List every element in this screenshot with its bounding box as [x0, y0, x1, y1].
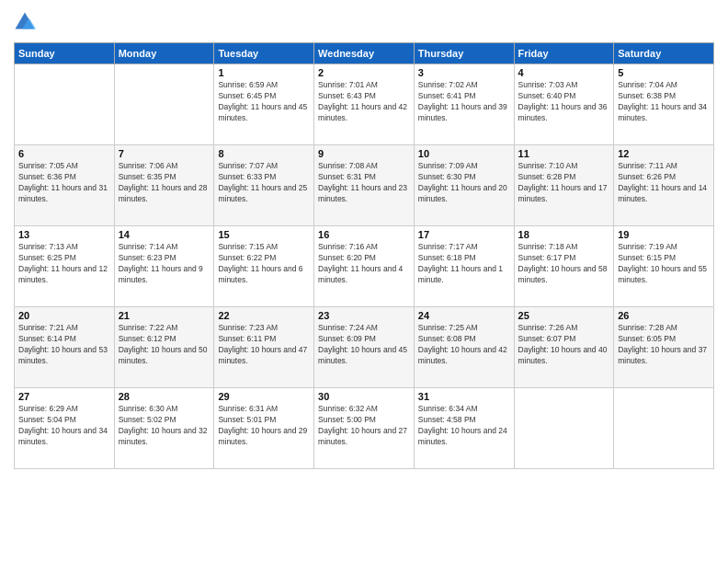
calendar-cell: 3Sunrise: 7:02 AM Sunset: 6:41 PM Daylig… — [414, 64, 514, 145]
calendar-cell: 27Sunrise: 6:29 AM Sunset: 5:04 PM Dayli… — [15, 388, 115, 469]
day-info: Sunrise: 7:16 AM Sunset: 6:20 PM Dayligh… — [318, 242, 410, 286]
calendar-cell — [114, 64, 214, 145]
day-number: 25 — [518, 310, 610, 321]
day-info: Sunrise: 7:19 AM Sunset: 6:15 PM Dayligh… — [618, 242, 710, 286]
logo-icon — [14, 9, 36, 35]
day-number: 27 — [18, 391, 110, 402]
day-info: Sunrise: 7:17 AM Sunset: 6:18 PM Dayligh… — [418, 242, 510, 286]
day-info: Sunrise: 7:02 AM Sunset: 6:41 PM Dayligh… — [418, 80, 510, 124]
day-header-saturday: Saturday — [614, 43, 714, 64]
day-info: Sunrise: 7:25 AM Sunset: 6:08 PM Dayligh… — [418, 323, 510, 367]
day-info: Sunrise: 6:30 AM Sunset: 5:02 PM Dayligh… — [119, 404, 210, 448]
calendar-cell: 8Sunrise: 7:07 AM Sunset: 6:33 PM Daylig… — [214, 145, 314, 226]
day-number: 7 — [119, 148, 210, 159]
day-info: Sunrise: 7:14 AM Sunset: 6:23 PM Dayligh… — [119, 242, 210, 286]
calendar-cell: 24Sunrise: 7:25 AM Sunset: 6:08 PM Dayli… — [414, 307, 514, 388]
day-number: 31 — [418, 391, 510, 402]
calendar-cell: 1Sunrise: 6:59 AM Sunset: 6:45 PM Daylig… — [214, 64, 314, 145]
day-number: 9 — [318, 148, 410, 159]
day-number: 20 — [18, 310, 110, 321]
calendar-cell: 12Sunrise: 7:11 AM Sunset: 6:26 PM Dayli… — [614, 145, 714, 226]
day-number: 13 — [18, 229, 110, 240]
calendar-week-row: 1Sunrise: 6:59 AM Sunset: 6:45 PM Daylig… — [15, 64, 714, 145]
day-number: 14 — [119, 229, 210, 240]
calendar-cell: 26Sunrise: 7:28 AM Sunset: 6:05 PM Dayli… — [614, 307, 714, 388]
page-header — [14, 9, 714, 35]
calendar-cell: 23Sunrise: 7:24 AM Sunset: 6:09 PM Dayli… — [314, 307, 415, 388]
day-number: 3 — [418, 67, 510, 78]
calendar-cell: 25Sunrise: 7:26 AM Sunset: 6:07 PM Dayli… — [514, 307, 614, 388]
calendar-cell: 17Sunrise: 7:17 AM Sunset: 6:18 PM Dayli… — [414, 226, 514, 307]
calendar-cell: 10Sunrise: 7:09 AM Sunset: 6:30 PM Dayli… — [414, 145, 514, 226]
day-number: 16 — [318, 229, 410, 240]
day-info: Sunrise: 7:22 AM Sunset: 6:12 PM Dayligh… — [119, 323, 210, 367]
day-number: 18 — [518, 229, 610, 240]
calendar-cell — [15, 64, 115, 145]
day-header-wednesday: Wednesday — [314, 43, 415, 64]
day-number: 17 — [418, 229, 510, 240]
calendar-week-row: 13Sunrise: 7:13 AM Sunset: 6:25 PM Dayli… — [15, 226, 714, 307]
day-number: 1 — [218, 67, 310, 78]
day-number: 19 — [618, 229, 710, 240]
calendar-cell — [614, 388, 714, 469]
calendar-week-row: 20Sunrise: 7:21 AM Sunset: 6:14 PM Dayli… — [15, 307, 714, 388]
calendar-cell: 28Sunrise: 6:30 AM Sunset: 5:02 PM Dayli… — [114, 388, 214, 469]
day-info: Sunrise: 7:03 AM Sunset: 6:40 PM Dayligh… — [518, 80, 610, 124]
calendar-cell: 7Sunrise: 7:06 AM Sunset: 6:35 PM Daylig… — [114, 145, 214, 226]
day-info: Sunrise: 7:05 AM Sunset: 6:36 PM Dayligh… — [18, 161, 110, 205]
day-number: 2 — [318, 67, 410, 78]
day-info: Sunrise: 7:10 AM Sunset: 6:28 PM Dayligh… — [518, 161, 610, 205]
day-number: 11 — [518, 148, 610, 159]
day-info: Sunrise: 6:59 AM Sunset: 6:45 PM Dayligh… — [218, 80, 310, 124]
day-header-monday: Monday — [114, 43, 214, 64]
day-info: Sunrise: 7:07 AM Sunset: 6:33 PM Dayligh… — [218, 161, 310, 205]
calendar-week-row: 6Sunrise: 7:05 AM Sunset: 6:36 PM Daylig… — [15, 145, 714, 226]
logo — [14, 9, 39, 35]
day-info: Sunrise: 7:18 AM Sunset: 6:17 PM Dayligh… — [518, 242, 610, 286]
day-number: 6 — [18, 148, 110, 159]
calendar-cell: 22Sunrise: 7:23 AM Sunset: 6:11 PM Dayli… — [214, 307, 314, 388]
calendar-cell — [514, 388, 614, 469]
calendar-cell: 19Sunrise: 7:19 AM Sunset: 6:15 PM Dayli… — [614, 226, 714, 307]
day-info: Sunrise: 7:08 AM Sunset: 6:31 PM Dayligh… — [318, 161, 410, 205]
calendar-cell: 13Sunrise: 7:13 AM Sunset: 6:25 PM Dayli… — [15, 226, 115, 307]
day-info: Sunrise: 7:28 AM Sunset: 6:05 PM Dayligh… — [618, 323, 710, 367]
day-info: Sunrise: 7:09 AM Sunset: 6:30 PM Dayligh… — [418, 161, 510, 205]
day-number: 4 — [518, 67, 610, 78]
calendar-cell: 6Sunrise: 7:05 AM Sunset: 6:36 PM Daylig… — [15, 145, 115, 226]
day-info: Sunrise: 7:11 AM Sunset: 6:26 PM Dayligh… — [618, 161, 710, 205]
day-header-tuesday: Tuesday — [214, 43, 314, 64]
day-info: Sunrise: 7:23 AM Sunset: 6:11 PM Dayligh… — [218, 323, 310, 367]
day-number: 24 — [418, 310, 510, 321]
calendar-cell: 5Sunrise: 7:04 AM Sunset: 6:38 PM Daylig… — [614, 64, 714, 145]
day-info: Sunrise: 7:01 AM Sunset: 6:43 PM Dayligh… — [318, 80, 410, 124]
day-info: Sunrise: 6:34 AM Sunset: 4:58 PM Dayligh… — [418, 404, 510, 448]
day-number: 8 — [218, 148, 310, 159]
day-info: Sunrise: 7:06 AM Sunset: 6:35 PM Dayligh… — [119, 161, 210, 205]
day-number: 30 — [318, 391, 410, 402]
calendar-cell: 31Sunrise: 6:34 AM Sunset: 4:58 PM Dayli… — [414, 388, 514, 469]
calendar-cell: 20Sunrise: 7:21 AM Sunset: 6:14 PM Dayli… — [15, 307, 115, 388]
calendar-cell: 2Sunrise: 7:01 AM Sunset: 6:43 PM Daylig… — [314, 64, 415, 145]
calendar-week-row: 27Sunrise: 6:29 AM Sunset: 5:04 PM Dayli… — [15, 388, 714, 469]
calendar-cell: 14Sunrise: 7:14 AM Sunset: 6:23 PM Dayli… — [114, 226, 214, 307]
calendar-body: 1Sunrise: 6:59 AM Sunset: 6:45 PM Daylig… — [15, 64, 714, 469]
day-number: 22 — [218, 310, 310, 321]
calendar-header-row: SundayMondayTuesdayWednesdayThursdayFrid… — [15, 43, 714, 64]
day-number: 10 — [418, 148, 510, 159]
day-info: Sunrise: 6:31 AM Sunset: 5:01 PM Dayligh… — [218, 404, 310, 448]
calendar-cell: 11Sunrise: 7:10 AM Sunset: 6:28 PM Dayli… — [514, 145, 614, 226]
calendar-cell: 4Sunrise: 7:03 AM Sunset: 6:40 PM Daylig… — [514, 64, 614, 145]
day-number: 21 — [119, 310, 210, 321]
day-header-thursday: Thursday — [414, 43, 514, 64]
calendar-cell: 9Sunrise: 7:08 AM Sunset: 6:31 PM Daylig… — [314, 145, 415, 226]
calendar-cell: 29Sunrise: 6:31 AM Sunset: 5:01 PM Dayli… — [214, 388, 314, 469]
day-number: 26 — [618, 310, 710, 321]
day-info: Sunrise: 6:32 AM Sunset: 5:00 PM Dayligh… — [318, 404, 410, 448]
day-info: Sunrise: 7:24 AM Sunset: 6:09 PM Dayligh… — [318, 323, 410, 367]
calendar-cell: 16Sunrise: 7:16 AM Sunset: 6:20 PM Dayli… — [314, 226, 415, 307]
calendar-cell: 30Sunrise: 6:32 AM Sunset: 5:00 PM Dayli… — [314, 388, 415, 469]
day-number: 12 — [618, 148, 710, 159]
calendar-cell: 15Sunrise: 7:15 AM Sunset: 6:22 PM Dayli… — [214, 226, 314, 307]
calendar-cell: 21Sunrise: 7:22 AM Sunset: 6:12 PM Dayli… — [114, 307, 214, 388]
